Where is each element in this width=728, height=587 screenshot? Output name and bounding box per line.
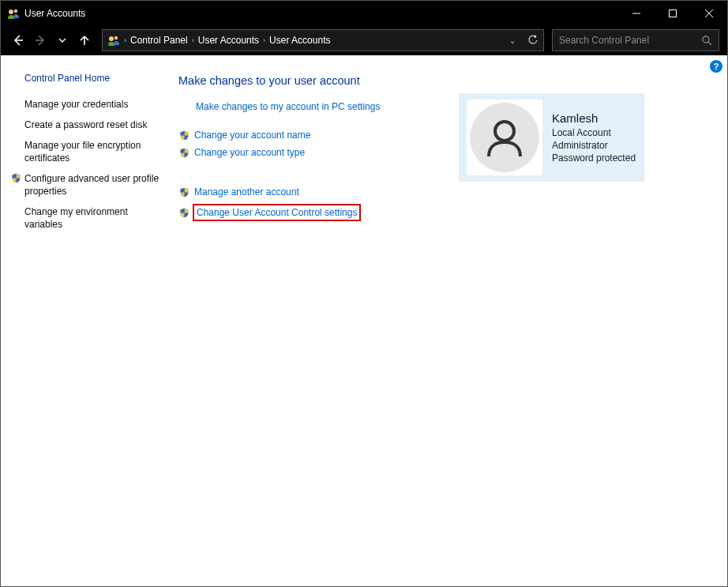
- breadcrumb-item[interactable]: Control Panel: [130, 35, 188, 46]
- user-card: Kamlesh Local Account Administrator Pass…: [459, 93, 644, 182]
- action-change-type[interactable]: Change your account type: [178, 147, 443, 158]
- action-manage-another[interactable]: Manage another account: [178, 186, 443, 198]
- control-panel-home-link[interactable]: Control Panel Home: [24, 73, 161, 84]
- shield-icon: [10, 172, 21, 183]
- svg-point-1: [14, 9, 17, 12]
- title-bar: User Accounts: [1, 1, 727, 25]
- sidebar-item-label: Configure advanced user profile properti…: [24, 172, 161, 198]
- action-label: Change your account type: [194, 147, 305, 158]
- breadcrumb-item[interactable]: User Accounts: [269, 35, 330, 46]
- back-button[interactable]: [9, 31, 28, 50]
- main-panel: Make changes to your user account Make c…: [171, 55, 727, 586]
- shield-slot: [10, 139, 21, 150]
- sidebar-item-label: Change my environment variables: [24, 205, 161, 231]
- svg-rect-2: [670, 9, 677, 17]
- sidebar: Control Panel Home Manage your credentia…: [1, 55, 171, 586]
- search-icon[interactable]: [701, 35, 712, 46]
- user-account-type: Local Account: [552, 126, 636, 139]
- actions-column: Make changes to your user account Make c…: [178, 74, 443, 572]
- action-change-uac[interactable]: Change User Account Control settings: [178, 204, 443, 221]
- close-button[interactable]: [691, 1, 727, 25]
- sidebar-item[interactable]: Create a password reset disk: [10, 119, 161, 131]
- sidebar-item-label: Manage your credentials: [24, 98, 128, 111]
- navigation-toolbar: › Control Panel › User Accounts › User A…: [1, 25, 727, 55]
- forward-button[interactable]: [31, 31, 50, 50]
- sidebar-item[interactable]: Change my environment variables: [10, 205, 161, 231]
- shield-icon: [178, 186, 190, 198]
- address-dropdown-icon[interactable]: ⌄: [509, 36, 516, 45]
- up-button[interactable]: [75, 31, 94, 50]
- svg-point-0: [9, 9, 13, 14]
- action-label: Manage another account: [194, 186, 299, 198]
- user-column: Kamlesh Local Account Administrator Pass…: [459, 74, 644, 572]
- svg-point-5: [703, 36, 709, 43]
- sidebar-item[interactable]: Configure advanced user profile properti…: [10, 172, 161, 198]
- breadcrumb-item[interactable]: User Accounts: [198, 35, 259, 46]
- chevron-right-icon: ›: [124, 36, 126, 44]
- user-info: Kamlesh Local Account Administrator Pass…: [552, 111, 636, 164]
- shield-icon: [178, 147, 190, 158]
- svg-point-6: [495, 122, 514, 141]
- shield-slot: [10, 119, 21, 130]
- recent-dropdown[interactable]: [53, 31, 72, 50]
- action-label: Change User Account Control settings: [197, 207, 357, 218]
- refresh-button[interactable]: [527, 35, 538, 46]
- search-input[interactable]: [559, 35, 701, 46]
- action-change-name[interactable]: Change your account name: [178, 130, 443, 141]
- chevron-right-icon: ›: [263, 36, 265, 44]
- sidebar-item-label: Create a password reset disk: [24, 119, 147, 131]
- help-icon[interactable]: ?: [710, 60, 722, 73]
- user-password-status: Password protected: [552, 152, 636, 164]
- action-pc-settings[interactable]: Make changes to my account in PC setting…: [178, 101, 443, 112]
- address-icon: [107, 34, 120, 47]
- window-title: User Accounts: [24, 8, 85, 19]
- shield-slot: [10, 98, 21, 109]
- search-box[interactable]: [552, 29, 719, 51]
- shield-slot: [10, 205, 21, 216]
- avatar-wrap: [467, 100, 542, 175]
- sidebar-item[interactable]: Manage your credentials: [10, 98, 161, 111]
- svg-point-4: [114, 36, 118, 40]
- svg-point-3: [109, 36, 114, 41]
- maximize-button[interactable]: [655, 1, 691, 25]
- sidebar-item[interactable]: Manage your file encryption certificates: [10, 139, 161, 164]
- avatar: [470, 103, 539, 172]
- content-area: ? Control Panel Home Manage your credent…: [1, 55, 727, 586]
- shield-icon: [178, 130, 190, 141]
- app-icon: [7, 7, 20, 20]
- user-name: Kamlesh: [552, 111, 636, 125]
- highlight-annotation: Change User Account Control settings: [193, 204, 361, 221]
- address-bar[interactable]: › Control Panel › User Accounts › User A…: [102, 29, 544, 51]
- action-label: Make changes to my account in PC setting…: [196, 101, 380, 112]
- sidebar-item-label: Manage your file encryption certificates: [24, 139, 161, 164]
- minimize-button[interactable]: [618, 1, 655, 25]
- action-label: Change your account name: [194, 130, 310, 141]
- chevron-right-icon: ›: [192, 36, 194, 44]
- user-role: Administrator: [552, 139, 636, 152]
- page-heading: Make changes to your user account: [178, 74, 443, 87]
- shield-icon: [178, 207, 190, 218]
